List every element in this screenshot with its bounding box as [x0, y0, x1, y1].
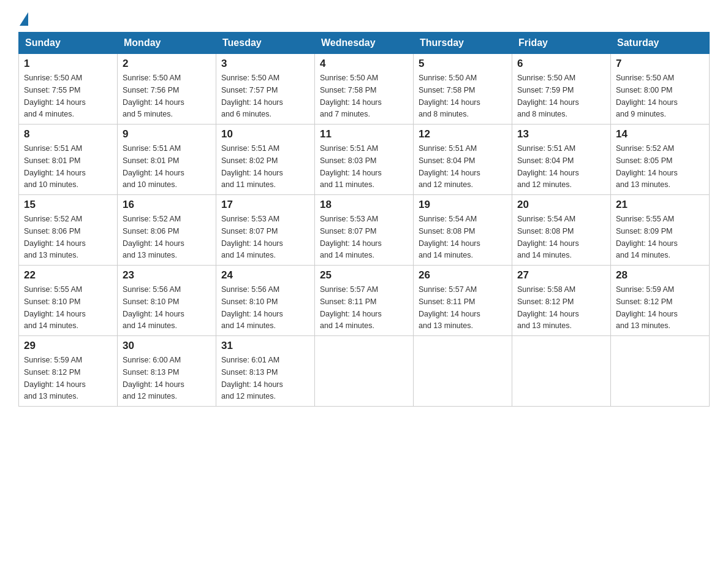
day-info: Sunrise: 5:56 AM Sunset: 8:10 PM Dayligh…	[221, 285, 283, 330]
calendar-cell: 18 Sunrise: 5:53 AM Sunset: 8:07 PM Dayl…	[315, 195, 414, 266]
day-info: Sunrise: 5:51 AM Sunset: 8:02 PM Dayligh…	[221, 144, 283, 189]
day-info: Sunrise: 5:57 AM Sunset: 8:11 PM Dayligh…	[419, 285, 480, 330]
weekday-header-wednesday: Wednesday	[315, 33, 414, 54]
weekday-header-thursday: Thursday	[414, 33, 512, 54]
calendar-cell: 22 Sunrise: 5:55 AM Sunset: 8:10 PM Dayl…	[19, 266, 118, 336]
calendar-cell: 24 Sunrise: 5:56 AM Sunset: 8:10 PM Dayl…	[216, 266, 315, 336]
day-info: Sunrise: 5:50 AM Sunset: 8:00 PM Dayligh…	[616, 74, 678, 118]
calendar-cell: 6 Sunrise: 5:50 AM Sunset: 7:59 PM Dayli…	[512, 54, 611, 124]
day-number: 23	[123, 269, 211, 282]
day-info: Sunrise: 5:58 AM Sunset: 8:12 PM Dayligh…	[517, 285, 579, 330]
calendar-cell	[512, 336, 611, 407]
day-number: 9	[123, 128, 211, 140]
day-info: Sunrise: 5:59 AM Sunset: 8:12 PM Dayligh…	[616, 285, 678, 330]
weekday-header-saturday: Saturday	[611, 33, 710, 54]
day-info: Sunrise: 6:00 AM Sunset: 8:13 PM Dayligh…	[123, 356, 184, 400]
day-number: 15	[24, 199, 112, 211]
calendar-cell: 16 Sunrise: 5:52 AM Sunset: 8:06 PM Dayl…	[118, 195, 216, 266]
calendar-cell: 20 Sunrise: 5:54 AM Sunset: 8:08 PM Dayl…	[512, 195, 611, 266]
calendar-cell: 28 Sunrise: 5:59 AM Sunset: 8:12 PM Dayl…	[611, 266, 710, 336]
calendar-cell: 31 Sunrise: 6:01 AM Sunset: 8:13 PM Dayl…	[216, 336, 315, 407]
calendar-cell: 30 Sunrise: 6:00 AM Sunset: 8:13 PM Dayl…	[118, 336, 216, 407]
week-row-4: 22 Sunrise: 5:55 AM Sunset: 8:10 PM Dayl…	[19, 266, 710, 336]
day-number: 5	[419, 58, 507, 70]
day-info: Sunrise: 6:01 AM Sunset: 8:13 PM Dayligh…	[221, 356, 283, 400]
day-number: 31	[221, 340, 309, 352]
calendar-table: SundayMondayTuesdayWednesdayThursdayFrid…	[18, 32, 710, 407]
day-number: 27	[517, 269, 605, 282]
calendar-cell: 21 Sunrise: 5:55 AM Sunset: 8:09 PM Dayl…	[611, 195, 710, 266]
calendar-cell: 2 Sunrise: 5:50 AM Sunset: 7:56 PM Dayli…	[118, 54, 216, 124]
calendar-cell: 14 Sunrise: 5:52 AM Sunset: 8:05 PM Dayl…	[611, 124, 710, 195]
week-row-3: 15 Sunrise: 5:52 AM Sunset: 8:06 PM Dayl…	[19, 195, 710, 266]
day-number: 4	[320, 58, 408, 70]
day-info: Sunrise: 5:56 AM Sunset: 8:10 PM Dayligh…	[123, 285, 184, 330]
week-row-1: 1 Sunrise: 5:50 AM Sunset: 7:55 PM Dayli…	[19, 54, 710, 124]
day-number: 21	[616, 199, 704, 211]
calendar-cell: 25 Sunrise: 5:57 AM Sunset: 8:11 PM Dayl…	[315, 266, 414, 336]
day-info: Sunrise: 5:54 AM Sunset: 8:08 PM Dayligh…	[419, 215, 480, 259]
weekday-header-monday: Monday	[118, 33, 216, 54]
calendar-cell: 4 Sunrise: 5:50 AM Sunset: 7:58 PM Dayli…	[315, 54, 414, 124]
logo-triangle-icon	[20, 12, 28, 26]
day-number: 18	[320, 199, 408, 211]
day-info: Sunrise: 5:57 AM Sunset: 8:11 PM Dayligh…	[320, 285, 382, 330]
calendar-cell: 5 Sunrise: 5:50 AM Sunset: 7:58 PM Dayli…	[414, 54, 512, 124]
weekday-header-friday: Friday	[512, 33, 611, 54]
day-number: 11	[320, 128, 408, 140]
day-number: 12	[419, 128, 507, 140]
day-info: Sunrise: 5:50 AM Sunset: 7:57 PM Dayligh…	[221, 74, 283, 118]
calendar-cell: 13 Sunrise: 5:51 AM Sunset: 8:04 PM Dayl…	[512, 124, 611, 195]
calendar-cell	[315, 336, 414, 407]
day-number: 20	[517, 199, 605, 211]
day-number: 1	[24, 58, 112, 70]
calendar-cell: 29 Sunrise: 5:59 AM Sunset: 8:12 PM Dayl…	[19, 336, 118, 407]
week-row-2: 8 Sunrise: 5:51 AM Sunset: 8:01 PM Dayli…	[19, 124, 710, 195]
day-number: 17	[221, 199, 309, 211]
calendar-cell: 17 Sunrise: 5:53 AM Sunset: 8:07 PM Dayl…	[216, 195, 315, 266]
day-number: 14	[616, 128, 704, 140]
calendar-cell: 10 Sunrise: 5:51 AM Sunset: 8:02 PM Dayl…	[216, 124, 315, 195]
day-info: Sunrise: 5:51 AM Sunset: 8:01 PM Dayligh…	[123, 144, 184, 189]
calendar-cell: 12 Sunrise: 5:51 AM Sunset: 8:04 PM Dayl…	[414, 124, 512, 195]
day-info: Sunrise: 5:54 AM Sunset: 8:08 PM Dayligh…	[517, 215, 579, 259]
day-number: 24	[221, 269, 309, 282]
day-number: 8	[24, 128, 112, 140]
calendar-cell: 7 Sunrise: 5:50 AM Sunset: 8:00 PM Dayli…	[611, 54, 710, 124]
day-info: Sunrise: 5:53 AM Sunset: 8:07 PM Dayligh…	[320, 215, 382, 259]
day-number: 22	[24, 269, 112, 282]
weekday-header-tuesday: Tuesday	[216, 33, 315, 54]
day-number: 7	[616, 58, 704, 70]
calendar-cell: 23 Sunrise: 5:56 AM Sunset: 8:10 PM Dayl…	[118, 266, 216, 336]
day-info: Sunrise: 5:52 AM Sunset: 8:06 PM Dayligh…	[24, 215, 86, 259]
day-info: Sunrise: 5:50 AM Sunset: 7:55 PM Dayligh…	[24, 74, 86, 118]
day-info: Sunrise: 5:51 AM Sunset: 8:03 PM Dayligh…	[320, 144, 382, 189]
calendar-cell: 27 Sunrise: 5:58 AM Sunset: 8:12 PM Dayl…	[512, 266, 611, 336]
day-number: 10	[221, 128, 309, 140]
calendar-cell: 3 Sunrise: 5:50 AM Sunset: 7:57 PM Dayli…	[216, 54, 315, 124]
day-info: Sunrise: 5:51 AM Sunset: 8:04 PM Dayligh…	[419, 144, 480, 189]
day-info: Sunrise: 5:59 AM Sunset: 8:12 PM Dayligh…	[24, 356, 86, 400]
day-number: 13	[517, 128, 605, 140]
calendar-cell: 11 Sunrise: 5:51 AM Sunset: 8:03 PM Dayl…	[315, 124, 414, 195]
day-number: 19	[419, 199, 507, 211]
week-row-5: 29 Sunrise: 5:59 AM Sunset: 8:12 PM Dayl…	[19, 336, 710, 407]
day-info: Sunrise: 5:50 AM Sunset: 7:59 PM Dayligh…	[517, 74, 579, 118]
calendar-cell: 9 Sunrise: 5:51 AM Sunset: 8:01 PM Dayli…	[118, 124, 216, 195]
day-info: Sunrise: 5:53 AM Sunset: 8:07 PM Dayligh…	[221, 215, 283, 259]
day-info: Sunrise: 5:50 AM Sunset: 7:58 PM Dayligh…	[419, 74, 480, 118]
calendar-cell: 19 Sunrise: 5:54 AM Sunset: 8:08 PM Dayl…	[414, 195, 512, 266]
day-info: Sunrise: 5:52 AM Sunset: 8:05 PM Dayligh…	[616, 144, 678, 189]
day-number: 29	[24, 340, 112, 352]
day-info: Sunrise: 5:51 AM Sunset: 8:04 PM Dayligh…	[517, 144, 579, 189]
weekday-header-row: SundayMondayTuesdayWednesdayThursdayFrid…	[19, 33, 710, 54]
day-info: Sunrise: 5:55 AM Sunset: 8:09 PM Dayligh…	[616, 215, 678, 259]
calendar-cell	[414, 336, 512, 407]
day-number: 30	[123, 340, 211, 352]
calendar-cell: 8 Sunrise: 5:51 AM Sunset: 8:01 PM Dayli…	[19, 124, 118, 195]
day-info: Sunrise: 5:55 AM Sunset: 8:10 PM Dayligh…	[24, 285, 86, 330]
page-header	[18, 12, 710, 26]
day-number: 25	[320, 269, 408, 282]
calendar-cell: 26 Sunrise: 5:57 AM Sunset: 8:11 PM Dayl…	[414, 266, 512, 336]
day-number: 6	[517, 58, 605, 70]
